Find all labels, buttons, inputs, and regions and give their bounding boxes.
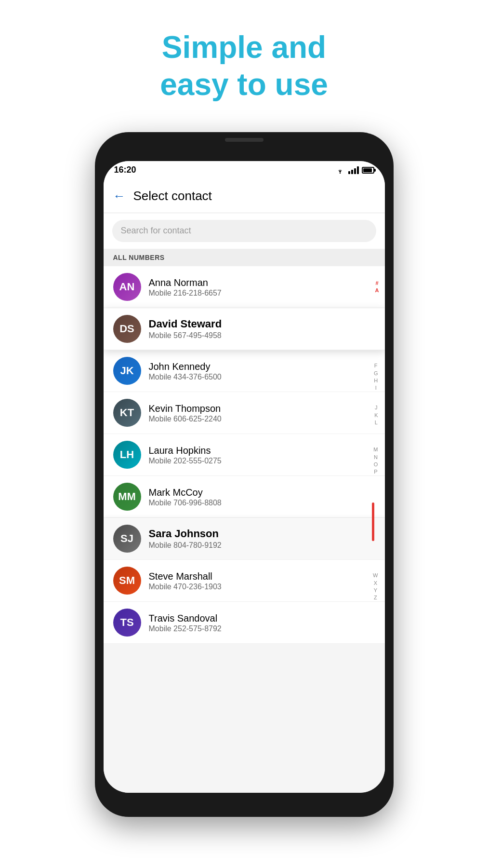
- contact-phone-steve: Mobile 470-236-1903: [149, 583, 375, 591]
- avatar-david: DS: [113, 315, 141, 343]
- headline-line2: easy to use: [160, 66, 328, 103]
- app-title: Select contact: [133, 189, 212, 203]
- contact-item-sara[interactable]: SJ Sara Johnson Mobile 804-780-9192: [104, 518, 385, 560]
- contact-phone-john: Mobile 434-376-6500: [149, 373, 375, 381]
- back-button[interactable]: ←: [113, 189, 126, 203]
- contact-name-anna: Anna Norman: [149, 276, 375, 289]
- alpha-f-section: F G H I: [374, 362, 378, 391]
- phone-mockup: 16:20: [95, 132, 394, 817]
- headline-line1: Simple and: [160, 29, 328, 66]
- section-header: ALL NUMBERS: [104, 249, 385, 266]
- avatar-travis: TS: [113, 609, 141, 637]
- search-bar[interactable]: Search for contact: [112, 220, 376, 242]
- contact-info-john: John Kennedy Mobile 434-376-6500: [149, 360, 375, 381]
- contact-name-kevin: Kevin Thompson: [149, 402, 375, 415]
- signal-bars-icon: [348, 166, 359, 174]
- wifi-icon: [335, 166, 345, 174]
- contact-phone-sara: Mobile 804-780-9192: [149, 541, 375, 550]
- contact-info-mark: Mark McCoy Mobile 706-996-8808: [149, 486, 375, 507]
- contact-info-anna: Anna Norman Mobile 216-218-6657: [149, 276, 375, 298]
- avatar-kevin: KT: [113, 399, 141, 427]
- main-content: Search for contact ALL NUMBERS AN Anna N…: [104, 213, 385, 793]
- alpha-w-section: W X Y Z: [373, 572, 378, 601]
- alpha-a: A: [375, 287, 379, 294]
- contact-name-john: John Kennedy: [149, 360, 375, 373]
- contact-list: AN Anna Norman Mobile 216-218-6657 # A D…: [104, 266, 385, 644]
- contact-phone-kevin: Mobile 606-625-2240: [149, 415, 375, 423]
- search-bar-container: Search for contact: [104, 213, 385, 249]
- contact-info-sara: Sara Johnson Mobile 804-780-9192: [149, 527, 375, 550]
- contact-item-david[interactable]: DS David Steward Mobile 567-495-4958: [104, 308, 385, 350]
- avatar-sara: SJ: [113, 525, 141, 553]
- contact-info-steve: Steve Marshall Mobile 470-236-1903: [149, 570, 375, 591]
- phone-screen: 16:20: [104, 161, 385, 793]
- contact-phone-laura: Mobile 202-555-0275: [149, 457, 375, 465]
- contact-item-kevin[interactable]: KT Kevin Thompson Mobile 606-625-2240 J …: [104, 392, 385, 434]
- app-header: ← Select contact: [104, 179, 385, 213]
- scroll-indicator: [372, 502, 374, 541]
- page-container: Simple and easy to use 16:20: [0, 0, 488, 868]
- contact-item-travis[interactable]: TS Travis Sandoval Mobile 252-575-8792: [104, 602, 385, 644]
- contact-item-anna[interactable]: AN Anna Norman Mobile 216-218-6657 # A: [104, 266, 385, 308]
- status-icons: [335, 166, 374, 174]
- contact-item-laura[interactable]: LH Laura Hopkins Mobile 202-555-0275 M N…: [104, 434, 385, 476]
- contact-info-kevin: Kevin Thompson Mobile 606-625-2240: [149, 402, 375, 423]
- alpha-hash: #: [375, 280, 378, 286]
- contact-item-mark[interactable]: MM Mark McCoy Mobile 706-996-8808: [104, 476, 385, 518]
- alpha-index-anna: # A: [375, 280, 379, 294]
- contact-item-john[interactable]: JK John Kennedy Mobile 434-376-6500 F G …: [104, 350, 385, 392]
- contact-info-laura: Laura Hopkins Mobile 202-555-0275: [149, 444, 375, 465]
- contact-item-steve[interactable]: SM Steve Marshall Mobile 470-236-1903 W …: [104, 560, 385, 602]
- contact-phone-anna: Mobile 216-218-6657: [149, 289, 375, 298]
- contact-name-david: David Steward: [149, 317, 375, 331]
- avatar-mark: MM: [113, 483, 141, 511]
- contact-name-travis: Travis Sandoval: [149, 612, 375, 624]
- battery-icon: [362, 167, 374, 174]
- contact-info-david: David Steward Mobile 567-495-4958: [149, 317, 375, 340]
- status-bar: 16:20: [104, 161, 385, 179]
- contact-info-travis: Travis Sandoval Mobile 252-575-8792: [149, 612, 375, 633]
- contact-phone-david: Mobile 567-495-4958: [149, 331, 375, 340]
- status-time: 16:20: [114, 165, 136, 175]
- headline: Simple and easy to use: [160, 29, 328, 103]
- contact-name-sara: Sara Johnson: [149, 527, 375, 541]
- contact-phone-travis: Mobile 252-575-8792: [149, 624, 375, 633]
- avatar-anna: AN: [113, 273, 141, 301]
- search-placeholder: Search for contact: [121, 226, 191, 236]
- avatar-steve: SM: [113, 567, 141, 595]
- avatar-john: JK: [113, 357, 141, 385]
- avatar-laura: LH: [113, 441, 141, 469]
- contact-phone-mark: Mobile 706-996-8808: [149, 499, 375, 507]
- svg-point-0: [339, 172, 341, 174]
- contact-name-laura: Laura Hopkins: [149, 444, 375, 457]
- phone-speaker: [225, 138, 264, 142]
- alpha-j-section: J K L: [374, 404, 378, 426]
- contact-name-mark: Mark McCoy: [149, 486, 375, 499]
- contact-name-steve: Steve Marshall: [149, 570, 375, 583]
